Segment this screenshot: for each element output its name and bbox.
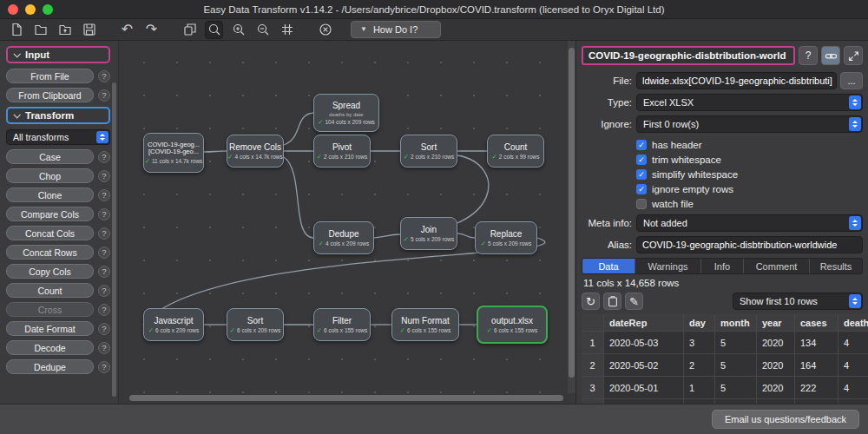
table-cell[interactable]: 30 <box>684 399 715 404</box>
flow-canvas[interactable]: COVID-19-geog... [COVID-19-geo... ✓11 co… <box>119 41 575 404</box>
browse-file-button[interactable]: ... <box>840 72 863 89</box>
simplify-whitespace-checkbox[interactable]: ✓simplify whitespace <box>636 167 863 181</box>
help-icon[interactable]: ? <box>98 208 110 220</box>
transform-count-button[interactable]: Count <box>6 283 94 298</box>
from-clipboard-button[interactable]: From Clipboard <box>6 88 94 102</box>
node-spread[interactable]: Spread deaths by date ✓104 cols x 209 ro… <box>313 94 379 132</box>
node-remove-cols[interactable]: Remove Cols ✓4 cols x 14.7k rows <box>227 135 284 168</box>
zoom-out-icon[interactable] <box>253 21 272 39</box>
has-header-checkbox[interactable]: ✓has header <box>636 137 863 152</box>
table-cell[interactable]: 2 <box>684 354 715 377</box>
transform-decode-button[interactable]: Decode <box>6 340 94 355</box>
table-cell[interactable]: 164 <box>795 354 838 377</box>
table-cell[interactable]: 2020 <box>757 377 795 399</box>
close-window-button[interactable] <box>8 4 18 15</box>
table-cell[interactable]: 4 <box>838 332 868 354</box>
row-number[interactable]: 3 <box>582 377 604 399</box>
transform-copy-cols-button[interactable]: Copy Cols <box>6 264 94 279</box>
from-file-button[interactable]: From File <box>6 69 94 83</box>
table-cell[interactable]: 2020-04-30 <box>604 399 684 404</box>
help-icon[interactable]: ? <box>98 342 110 354</box>
table-cell[interactable]: 2020 <box>757 332 795 354</box>
table-cell[interactable]: 5 <box>715 332 757 354</box>
node-sort-2[interactable]: Sort ✓6 cols x 209 rows <box>227 308 284 341</box>
alias-input[interactable]: COVID-19-geographic-disbtribution-worldw… <box>636 236 863 253</box>
transform-dedupe-button[interactable]: Dedupe <box>6 359 94 374</box>
table-cell[interactable]: 222 <box>795 377 838 399</box>
column-header[interactable] <box>582 314 604 332</box>
table-cell[interactable]: 2020 <box>757 354 795 377</box>
table-cell[interactable]: 134 <box>795 332 838 354</box>
table-cell[interactable]: 2020 <box>757 399 795 404</box>
open-file-icon[interactable] <box>31 21 49 39</box>
how-do-i-button[interactable]: ▼ How Do I? <box>351 21 441 38</box>
canvas-horizontal-scrollbar[interactable] <box>129 395 563 401</box>
undo-icon[interactable]: ↶ <box>118 21 136 39</box>
table-cell[interactable]: 4 <box>838 377 868 399</box>
transform-section-header[interactable]: Transform <box>6 107 110 124</box>
transform-clone-button[interactable]: Clone <box>6 187 94 202</box>
zoom-tool-icon[interactable] <box>205 21 223 39</box>
redo-icon[interactable]: ↷ <box>142 21 161 39</box>
refresh-icon[interactable]: ↻ <box>582 293 600 310</box>
help-icon[interactable]: ? <box>98 189 110 201</box>
column-header[interactable]: day <box>684 314 715 332</box>
show-rows-select[interactable]: Show first 10 rows <box>733 293 863 310</box>
feedback-button[interactable]: Email us questions/feedback <box>712 410 859 429</box>
help-icon[interactable]: ? <box>98 361 110 373</box>
tab-info[interactable]: Info <box>701 259 744 273</box>
transform-date-format-button[interactable]: Date Format <box>6 321 94 336</box>
column-header[interactable]: cases <box>795 314 838 332</box>
table-cell[interactable]: 4 <box>838 354 868 377</box>
table-cell[interactable]: 2020-05-03 <box>604 332 684 354</box>
ignore-select[interactable]: First 0 row(s) <box>636 115 863 133</box>
transform-filter-select[interactable]: All transforms <box>6 129 110 145</box>
add-files-icon[interactable] <box>56 21 74 39</box>
ignore-empty-rows-checkbox[interactable]: ✓ignore empty rows <box>636 181 863 196</box>
tab-data[interactable]: Data <box>582 259 635 273</box>
transform-chop-button[interactable]: Chop <box>6 168 94 183</box>
node-filter[interactable]: Filter ✓6 cols x 155 rows <box>313 308 371 341</box>
trim-whitespace-checkbox[interactable]: ✓trim whitespace <box>636 152 863 167</box>
new-file-icon[interactable] <box>7 21 25 39</box>
table-cell[interactable]: 5 <box>715 377 757 399</box>
canvas-vertical-scrollbar[interactable] <box>568 41 575 393</box>
help-icon[interactable]: ? <box>98 227 110 240</box>
help-icon[interactable]: ? <box>799 46 818 65</box>
sidebar-scrollbar[interactable] <box>112 82 116 397</box>
column-header[interactable]: year <box>757 314 795 332</box>
help-icon[interactable]: ? <box>98 247 110 259</box>
transform-concat-rows-button[interactable]: Concat Rows <box>6 245 94 260</box>
node-join[interactable]: Join ✓5 cols x 209 rows <box>400 217 457 250</box>
help-icon[interactable]: ? <box>98 70 110 82</box>
table-cell[interactable]: 5 <box>715 354 757 377</box>
help-icon[interactable]: ? <box>98 304 110 316</box>
row-number[interactable]: 2 <box>582 354 604 377</box>
node-sort-1[interactable]: Sort ✓2 cols x 210 rows <box>400 135 457 168</box>
input-section-header[interactable]: Input <box>6 46 110 63</box>
tab-results[interactable]: Results <box>810 259 862 273</box>
edit-pencil-icon[interactable]: ✎ <box>625 293 643 310</box>
table-cell[interactable]: 1 <box>684 377 715 399</box>
table-cell[interactable] <box>795 399 838 404</box>
node-num-format[interactable]: Num Format ✓6 cols x 155 rows <box>391 308 459 341</box>
meta-info-select[interactable]: Not added <box>636 214 863 232</box>
cancel-icon[interactable] <box>316 21 334 39</box>
node-count[interactable]: Count ✓2 cols x 99 rows <box>487 135 544 168</box>
column-header[interactable]: deaths <box>838 314 868 332</box>
column-header[interactable]: month <box>715 314 757 332</box>
tab-comment[interactable]: Comment <box>744 259 810 273</box>
table-cell[interactable]: 3 <box>684 332 715 354</box>
node-covid-source[interactable]: COVID-19-geog... [COVID-19-geo... ✓11 co… <box>143 133 204 173</box>
grid-icon[interactable] <box>278 21 296 39</box>
table-cell[interactable]: 2020-05-01 <box>604 377 684 399</box>
transform-case-button[interactable]: Case <box>6 149 94 164</box>
help-icon[interactable]: ? <box>98 285 110 297</box>
save-icon[interactable] <box>80 21 98 39</box>
zoom-in-icon[interactable] <box>229 21 247 39</box>
transform-compare-cols-button[interactable]: Compare Cols <box>6 207 94 221</box>
help-icon[interactable]: ? <box>98 89 110 102</box>
table-cell[interactable] <box>838 399 868 404</box>
table-cell[interactable]: 4 <box>715 399 757 404</box>
node-dedupe[interactable]: Dedupe ✓4 cols x 209 rows <box>313 221 374 254</box>
